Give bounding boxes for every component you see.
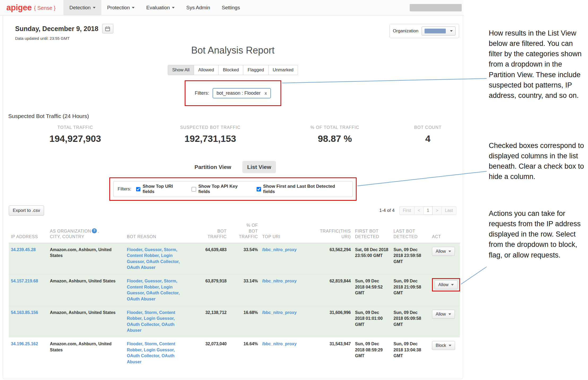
connector-line-3 xyxy=(461,267,487,284)
callout-text-checkboxes: Checked boxes correspond to displayed co… xyxy=(489,141,587,182)
nav-item-protection[interactable]: Protection xyxy=(101,0,141,15)
filter-tag[interactable]: bot_reason : Flooder x xyxy=(213,88,271,98)
ip-address-link[interactable]: 34.196.25.162 xyxy=(11,342,38,346)
cell-as-organization: Amazon.com, Ashburn, United States xyxy=(48,243,125,274)
chevron-down-icon xyxy=(451,284,454,286)
action-dropdown[interactable]: Allow xyxy=(435,280,457,289)
top-navbar: apigee { Sense } DetectionProtectionEval… xyxy=(0,0,464,15)
checkbox-show-top-uri-fields[interactable] xyxy=(136,187,141,191)
cell-last-bot-detected: Sun, 09 Dec 2018 05:09:58 GMT xyxy=(391,306,430,337)
cell-top-uri: /bbc_nitro_proxy xyxy=(260,306,305,337)
callout-text-actions: Actions you can take for requests from t… xyxy=(489,208,587,260)
checkbox-show-first-and-last-bot-detected-fields[interactable] xyxy=(257,187,261,191)
page-prev[interactable]: < xyxy=(414,206,423,215)
chevron-down-icon xyxy=(132,7,135,8)
bot-reason-links[interactable]: Flooder, Guessor, Storm, Content Robber,… xyxy=(127,247,180,270)
cell-ip-address: 34.196.25.162 xyxy=(9,337,48,369)
action-dropdown[interactable]: Block xyxy=(432,341,455,350)
page-first[interactable]: First xyxy=(399,206,414,215)
apigee-logo-text: apigee xyxy=(6,3,32,12)
tab-flagged[interactable]: Flagged xyxy=(243,65,268,75)
col-header-as-organization: AS ORGANIZATION, CITY, COUNTRY xyxy=(48,221,125,243)
callout-text-filtering: How results in the List View below are f… xyxy=(489,28,587,101)
view-toggle: Partition View List View xyxy=(3,161,463,173)
nav-item-label: Protection xyxy=(107,5,130,11)
ip-address-link[interactable]: 34.239.45.28 xyxy=(11,247,36,252)
top-uri-link[interactable]: /bbc_nitro_proxy xyxy=(262,342,297,346)
pagination-summary: 1-4 of 4 xyxy=(379,208,395,213)
header-line: FIRST BOT xyxy=(355,228,389,234)
stat-label: % OF TOTAL TRAFFIC xyxy=(273,125,397,130)
action-dropdown-label: Allow xyxy=(438,282,448,287)
col-header-pct-bot-traffic: % OF BOT TRAFFIC xyxy=(229,221,260,243)
date-block: Sunday, December 9, 2018 Data updated un… xyxy=(15,24,113,41)
column-filter-show-first-and-last-bot-detected-fields[interactable]: Show First and Last Bot Detected fields xyxy=(257,184,348,194)
checkbox-label: Show Top API Key fields xyxy=(198,184,250,194)
cell-bot-traffic: 32,138,712 xyxy=(186,306,229,337)
organization-value-redacted xyxy=(425,29,446,33)
filter-remove-icon[interactable]: x xyxy=(265,91,267,96)
nav-item-label: Evaluation xyxy=(146,5,170,11)
ip-address-link[interactable]: 54.163.85.156 xyxy=(11,310,38,315)
pagination: First<1>Last xyxy=(399,206,456,215)
export-csv-button[interactable]: Export to .csv xyxy=(9,206,44,216)
help-icon[interactable] xyxy=(92,228,97,233)
tab-blocked[interactable]: Blocked xyxy=(219,65,243,75)
checkbox-label: Show Top URI fields xyxy=(142,184,186,194)
organization-select[interactable] xyxy=(422,27,456,36)
nav-item-settings[interactable]: Settings xyxy=(216,0,246,15)
tab-show-all[interactable]: Show All xyxy=(168,65,194,75)
table-row: 34.239.45.28Amazon.com, Ashburn, United … xyxy=(9,243,460,274)
column-filter-show-top-api-key-fields[interactable]: Show Top API Key fields xyxy=(192,184,250,194)
tab-allowed[interactable]: Allowed xyxy=(194,65,219,75)
bot-table: IP ADDRESS AS ORGANIZATION, CITY, COUNTR… xyxy=(9,221,460,369)
cell-top-uri: /bbc_nitro_proxy xyxy=(260,243,305,274)
cell-top-uri: /bbc_nitro_proxy xyxy=(260,274,305,306)
cell-bot-reason: Flooder, Guessor, Storm, Content Robber,… xyxy=(125,274,186,306)
nav-item-detection[interactable]: Detection xyxy=(63,0,101,15)
tab-unmarked[interactable]: Unmarked xyxy=(269,65,298,75)
cell-bot-traffic: 32,073,040 xyxy=(186,337,229,369)
top-uri-link[interactable]: /bbc_nitro_proxy xyxy=(262,310,297,315)
cell-bot-traffic: 63,879,918 xyxy=(186,274,229,306)
cell-traffic-this-uri: 62,819,844 xyxy=(305,274,353,306)
cell-last-bot-detected: Sun, 09 Dec 2018 23:59:58 GMT xyxy=(391,243,430,274)
bot-reason-links[interactable]: Flooder, Storm, Content Robber, Login Gu… xyxy=(127,310,175,333)
sense-logo-text: { Sense } xyxy=(34,4,55,11)
header-line: IP ADDRESS xyxy=(11,234,46,240)
col-header-ip-address: IP ADDRESS xyxy=(9,221,48,243)
ip-address-link[interactable]: 54.157.219.68 xyxy=(11,279,38,283)
cell-ip-address: 54.157.219.68 xyxy=(9,274,48,306)
top-uri-link[interactable]: /bbc_nitro_proxy xyxy=(262,279,297,283)
col-header-bot-traffic: BOT TRAFFIC xyxy=(186,221,229,243)
column-filter-show-top-uri-fields[interactable]: Show Top URI fields xyxy=(136,184,186,194)
list-view-tab[interactable]: List View xyxy=(242,161,276,173)
page-last[interactable]: Last xyxy=(442,206,456,215)
page-next[interactable]: > xyxy=(433,206,442,215)
action-dropdown-label: Block xyxy=(436,343,446,348)
table-row: 54.157.219.68Amazon, Ashburn, United Sta… xyxy=(9,274,460,306)
action-dropdown[interactable]: Allow xyxy=(432,247,455,256)
top-uri-link[interactable]: /bbc_nitro_proxy xyxy=(262,247,297,252)
cell-bot-traffic: 64,639,483 xyxy=(186,243,229,274)
bot-reason-links[interactable]: Flooder, Guessor, Storm, Content Robber,… xyxy=(127,279,180,301)
apigee-logo[interactable]: apigee { Sense } xyxy=(0,0,63,15)
cell-action: Allow xyxy=(430,306,460,337)
action-dropdown[interactable]: Allow xyxy=(432,310,455,319)
bot-reason-links[interactable]: Flooder, Storm, Content Robber, Login Gu… xyxy=(127,342,175,364)
table-row: 54.163.85.156Amazon, Ashburn, United Sta… xyxy=(9,306,460,337)
chevron-down-icon xyxy=(448,313,451,315)
chevron-down-icon xyxy=(448,251,451,252)
nav-item-sys-admin[interactable]: Sys Admin xyxy=(180,0,216,15)
stat-value: 192,731,153 xyxy=(148,133,273,144)
partition-view-tab[interactable]: Partition View xyxy=(190,161,236,173)
calendar-button[interactable] xyxy=(102,24,113,33)
nav-item-evaluation[interactable]: Evaluation xyxy=(140,0,180,15)
cell-as-organization: Amazon, Ashburn, United States xyxy=(48,274,125,306)
header-line: BOT REASON xyxy=(127,234,184,240)
checkbox-label: Show First and Last Bot Detected fields xyxy=(263,184,348,194)
page-1[interactable]: 1 xyxy=(424,206,433,215)
checkbox-show-top-api-key-fields[interactable] xyxy=(192,187,196,191)
cell-action: Allow xyxy=(430,243,460,274)
chevron-down-icon xyxy=(172,7,175,8)
